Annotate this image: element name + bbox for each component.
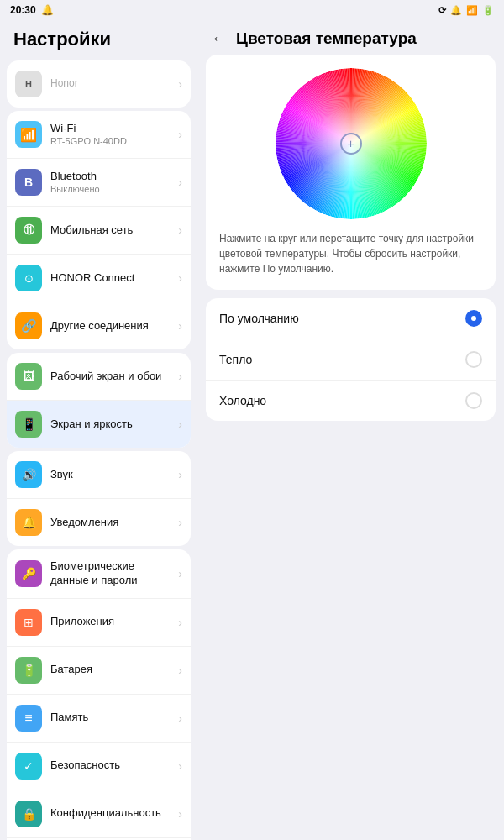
privacy-label: Конфиденциальность (50, 806, 175, 821)
sidebar-item-battery[interactable]: 🔋 Батарея › (7, 647, 191, 695)
settings-group-connectivity: 📶 Wi-Fi RT-5GPO N-40DD › B Bluetooth Вык… (7, 111, 191, 349)
color-wheel-card: + Нажмите на круг или перетащите точку д… (206, 55, 496, 290)
radio-btn-cool[interactable] (465, 392, 482, 409)
radio-btn-default[interactable] (465, 310, 482, 327)
chevron-icon-bluetooth: › (178, 176, 182, 189)
wifi-icon: 📶 (15, 121, 42, 148)
chevron-icon-display: › (178, 417, 182, 431)
desktop-icon: 🖼 (15, 363, 42, 390)
sidebar-item-sound[interactable]: 🔊 Звук › (7, 451, 191, 499)
biometric-icon: 🔑 (15, 560, 42, 587)
radio-btn-warm[interactable] (465, 351, 482, 368)
chevron-icon-honor-connect: › (178, 271, 182, 285)
settings-group-screen: 🖼 Рабочий экран и обои › 📱 Экран и яркос… (7, 353, 191, 448)
honor-label: Honor (50, 77, 175, 91)
chevron-icon-other: › (178, 319, 182, 333)
sidebar-item-other-connections[interactable]: 🔗 Другие соединения › (7, 302, 191, 349)
wheel-description: Нажмите на круг или перетащите точку для… (219, 231, 482, 276)
chevron-icon-security: › (178, 759, 182, 773)
memory-label: Память (50, 711, 175, 725)
chevron-icon-battery: › (178, 664, 182, 677)
other-connections-label: Другие соединения (50, 319, 175, 333)
radio-label-default: По умолчанию (219, 312, 465, 325)
chevron-icon-sound: › (178, 468, 182, 481)
chevron-icon-mobile: › (178, 223, 182, 237)
right-header: ← Цветовая температура (197, 20, 504, 55)
chevron-icon-wifi: › (178, 128, 182, 141)
sound-label: Звук (50, 468, 175, 482)
sidebar-item-memory[interactable]: ≡ Память › (7, 695, 191, 743)
sync-icon: ⟳ (438, 5, 446, 16)
battery-status-icon: 🔋 (482, 5, 494, 16)
left-panel: Настройки H Honor › 📶 Wi-Fi RT-5GPO N-40… (0, 20, 197, 840)
apps-icon: ⊞ (15, 609, 42, 636)
battery-icon: 🔋 (15, 657, 42, 684)
status-right: ⟳ 🔔 📶 🔋 (438, 5, 494, 16)
sidebar-item-apps[interactable]: ⊞ Приложения › (7, 599, 191, 647)
apps-label: Приложения (50, 615, 175, 629)
memory-icon: ≡ (15, 705, 42, 732)
sidebar-item-honor-connect[interactable]: ⊙ HONOR Connect › (7, 255, 191, 302)
status-bar: 20:30 🔔 ⟳ 🔔 📶 🔋 (0, 0, 504, 20)
bluetooth-sublabel: Выключено (50, 184, 175, 195)
settings-title: Настройки (0, 20, 197, 57)
main-layout: Настройки H Honor › 📶 Wi-Fi RT-5GPO N-40… (0, 20, 504, 840)
right-panel: ← Цветовая температура + Нажмите на круг… (197, 20, 504, 840)
sound-icon: 🔊 (15, 461, 42, 488)
other-connections-icon: 🔗 (15, 312, 42, 339)
honor-icon: H (15, 71, 42, 97)
chevron-icon-notifications: › (178, 516, 182, 529)
settings-group-sound: 🔊 Звук › 🔔 Уведомления › (7, 451, 191, 546)
battery-label: Батарея (50, 663, 175, 677)
chevron-icon-desktop: › (178, 370, 182, 383)
radio-label-warm: Тепло (219, 353, 465, 366)
settings-group-security: 🔑 Биометрические данные и пароли › ⊞ При… (7, 549, 191, 840)
radio-options-card: По умолчанию Тепло Холодно (206, 298, 496, 421)
right-panel-title: Цветовая температура (236, 29, 417, 48)
sidebar-item-wifi[interactable]: 📶 Wi-Fi RT-5GPO N-40DD › (7, 111, 191, 159)
radio-item-warm[interactable]: Тепло (206, 339, 496, 381)
chevron-icon-apps: › (178, 616, 182, 629)
notifications-label: Уведомления (50, 516, 175, 530)
chevron-icon-biometric: › (178, 567, 182, 580)
security-label: Безопасность (50, 759, 175, 773)
sidebar-item-notifications[interactable]: 🔔 Уведомления › (7, 499, 191, 546)
color-wheel-center-dot[interactable]: + (340, 133, 362, 155)
status-left: 20:30 🔔 (10, 4, 54, 16)
mobile-icon: ⑪ (15, 217, 42, 244)
right-content: + Нажмите на круг или перетащите точку д… (197, 55, 504, 840)
honor-connect-icon: ⊙ (15, 265, 42, 291)
settings-group-0: H Honor › (7, 60, 191, 108)
back-button[interactable]: ← (211, 29, 228, 48)
status-time: 20:30 (10, 4, 36, 16)
radio-label-cool: Холодно (219, 394, 465, 407)
biometric-label: Биометрические данные и пароли (50, 559, 175, 588)
sidebar-item-desktop[interactable]: 🖼 Рабочий экран и обои › (7, 353, 191, 401)
honor-connect-label: HONOR Connect (50, 271, 175, 286)
radio-item-cool[interactable]: Холодно (206, 381, 496, 421)
chevron-icon-privacy: › (178, 807, 182, 821)
sidebar-item-display[interactable]: 📱 Экран и яркость › (7, 401, 191, 448)
bluetooth-icon: B (15, 169, 42, 196)
mobile-label: Мобильная сеть (50, 223, 175, 238)
wifi-label: Wi-Fi (50, 122, 175, 136)
security-icon: ✓ (15, 753, 42, 780)
bluetooth-label: Bluetooth (50, 170, 175, 184)
color-wheel[interactable]: + (276, 68, 427, 219)
notifications-icon: 🔔 (15, 509, 42, 536)
sidebar-item-mobile[interactable]: ⑪ Мобильная сеть › (7, 207, 191, 255)
alarm-icon: 🔔 (41, 4, 54, 16)
desktop-label: Рабочий экран и обои (50, 370, 175, 384)
chevron-icon-honor: › (178, 77, 182, 91)
radio-item-default[interactable]: По умолчанию (206, 298, 496, 339)
chevron-icon-memory: › (178, 711, 182, 725)
wifi-sublabel: RT-5GPO N-40DD (50, 136, 175, 147)
sidebar-item-privacy[interactable]: 🔒 Конфиденциальность › (7, 790, 191, 838)
sidebar-item-honor[interactable]: H Honor › (7, 60, 191, 108)
sidebar-item-biometric[interactable]: 🔑 Биометрические данные и пароли › (7, 549, 191, 599)
sidebar-item-bluetooth[interactable]: B Bluetooth Выключено › (7, 159, 191, 207)
privacy-icon: 🔒 (15, 801, 42, 827)
display-label: Экран и яркость (50, 417, 175, 432)
sidebar-item-security[interactable]: ✓ Безопасность › (7, 743, 191, 790)
wifi-status-icon: 📶 (466, 5, 478, 16)
